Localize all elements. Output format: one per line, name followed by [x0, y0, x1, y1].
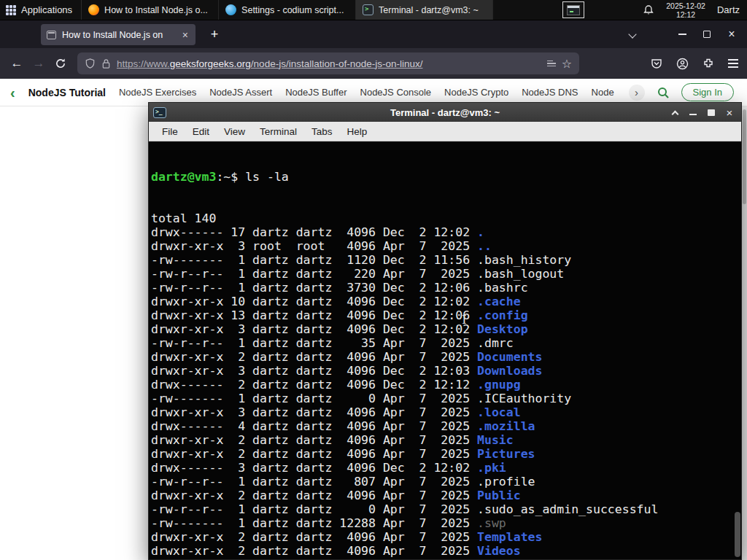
extensions-icon[interactable] [703, 58, 714, 69]
terminal-scrollbar-thumb[interactable] [735, 512, 740, 557]
nav-item-nodejs-assert[interactable]: NodeJS Assert [209, 87, 272, 98]
terminal-menu-tabs[interactable]: Tabs [304, 126, 340, 137]
terminal-maximize-button[interactable] [704, 106, 719, 119]
terminal-line: drwxr-xr-x 3 dartz dartz 4096 Apr 7 2025… [151, 405, 741, 419]
tray-terminal-indicator[interactable] [562, 1, 584, 18]
terminal-line: -rw------- 1 dartz dartz 532 Apr 7 2025 … [151, 558, 741, 559]
prompt-symbol: $ [231, 170, 245, 184]
url-bar[interactable]: https://www.geeksforgeeks.org/node-js/in… [77, 52, 579, 74]
terminal-line: drwxr-xr-x 2 dartz dartz 4096 Apr 7 2025… [151, 544, 741, 558]
terminal-line: -rw-r--r-- 1 dartz dartz 35 Apr 7 2025 .… [151, 336, 741, 350]
nav-item-active[interactable]: NodeJS Tutorial [28, 87, 106, 98]
tracking-shield-icon[interactable] [85, 58, 96, 69]
nav-next-chevron-icon[interactable]: › [629, 85, 645, 101]
typed-command: ls -la [245, 170, 289, 184]
applications-label: Applications [21, 4, 72, 15]
menu-icon[interactable] [728, 59, 738, 67]
applications-grid-icon [6, 5, 16, 15]
terminal-line: drwxr-xr-x 2 dartz dartz 4096 Apr 7 2025… [151, 433, 741, 447]
terminal-menu-help[interactable]: Help [340, 126, 375, 137]
nav-item-nodejs-dns[interactable]: NodeJS DNS [522, 87, 578, 98]
terminal-window-buttons: × [667, 106, 737, 119]
ls-entry-Documents: Documents [477, 350, 542, 364]
url-domain: geeksforgeeks.org [170, 58, 251, 69]
site-search-icon[interactable] [657, 86, 670, 99]
nav-item-nodejs-crypto[interactable]: NodeJS Crypto [444, 87, 508, 98]
ls-entry-Desktop: Desktop [477, 322, 528, 336]
site-nav-right: › Sign In [629, 83, 737, 101]
terminal-line: -rw------- 1 dartz dartz 0 Apr 7 2025 .I… [151, 392, 741, 405]
panel-window-codium[interactable]: Settings - codium script... [219, 0, 356, 20]
ls-entry-.ICEauthority: .ICEauthority [477, 392, 571, 405]
tab-close-icon[interactable]: × [181, 29, 190, 41]
reader-view-icon[interactable] [547, 61, 556, 67]
terminal-close-button[interactable]: × [722, 106, 737, 119]
terminal-line: drwxr-xr-x 10 dartz dartz 4096 Dec 2 12:… [151, 295, 741, 308]
lock-icon[interactable] [101, 58, 111, 69]
terminal-minimize-button[interactable] [686, 106, 700, 119]
desktop-panel: Applications How to Install Node.js o...… [0, 0, 747, 20]
sign-in-button[interactable]: Sign In [681, 83, 734, 101]
ls-entry-Public: Public [477, 489, 521, 502]
list-tabs-chevron-icon[interactable] [629, 31, 636, 38]
ls-entry-..: .. [477, 239, 492, 253]
ls-entry-Music: Music [477, 433, 514, 447]
terminal-menu-edit[interactable]: Edit [185, 126, 217, 137]
notifications-bell-icon[interactable] [643, 4, 654, 16]
page-scrollbar[interactable] [742, 106, 747, 560]
nav-item-nodejs-console[interactable]: NodeJS Console [360, 87, 432, 98]
panel-username[interactable]: Dartz [717, 4, 740, 15]
ls-entry-.cache: .cache [477, 295, 521, 308]
terminal-line: drwx------ 17 dartz dartz 4096 Dec 2 12:… [151, 225, 741, 239]
terminal-menubar: FileEditViewTerminalTabsHelp [149, 122, 741, 141]
ls-entry-.: . [477, 225, 484, 239]
ls-entry-.dmrc: .dmrc [477, 336, 514, 350]
terminal-output: total 140drwx------ 17 dartz dartz 4096 … [151, 211, 741, 559]
prompt-user-host: dartz@vm3 [151, 170, 216, 184]
terminal-titlebar[interactable]: Terminal - dartz@vm3: ~ × [149, 103, 741, 122]
panel-window-terminal[interactable]: Terminal - dartz@vm3: ~ [356, 0, 493, 20]
nav-item-nodejs-exercises[interactable]: NodeJS Exercises [119, 87, 196, 98]
forward-button[interactable]: → [28, 56, 50, 71]
nav-prev-chevron-icon[interactable]: ‹ [10, 85, 15, 100]
page-scrollbar-thumb[interactable] [743, 109, 746, 204]
browser-close-button[interactable]: × [722, 26, 741, 42]
new-tab-button[interactable]: + [206, 26, 223, 44]
panel-window-firefox[interactable]: How to Install Node.js o... [82, 0, 219, 20]
bookmark-star-icon[interactable]: ☆ [562, 57, 572, 71]
terminal-line: drwx------ 3 dartz dartz 4096 Dec 2 12:0… [151, 461, 741, 475]
terminal-line: drwxr-xr-x 2 dartz dartz 4096 Apr 7 2025… [151, 350, 741, 364]
url-path: /node-js/installation-of-node-js-on-linu… [251, 58, 423, 69]
terminal-line: -rw-r--r-- 1 dartz dartz 807 Apr 7 2025 … [151, 475, 741, 489]
terminal-line: -rw-r--r-- 1 dartz dartz 220 Apr 7 2025 … [151, 267, 741, 281]
browser-maximize-button[interactable] [697, 26, 716, 42]
browser-tab-active[interactable]: How to Install Node.js on × [41, 24, 196, 45]
terminal-menu-file[interactable]: File [155, 126, 185, 137]
panel-clock[interactable]: 2025-12-02 12:12 [666, 1, 705, 19]
browser-minimize-button[interactable] [673, 26, 692, 42]
ls-entry-.swp: .swp [477, 516, 506, 530]
terminal-screen[interactable]: dartz@vm3:~$ ls -la total 140drwx------ … [149, 141, 741, 559]
terminal-menu-terminal[interactable]: Terminal [252, 126, 304, 137]
ls-entry-.profile: .profile [477, 475, 535, 489]
back-button[interactable]: ← [6, 56, 28, 71]
clock-time: 12:12 [666, 10, 705, 19]
ls-entry-.mozilla: .mozilla [477, 419, 535, 433]
panel-right-tray: 2025-12-02 12:12 Dartz [562, 0, 747, 20]
terminal-menu-view[interactable]: View [217, 126, 252, 137]
prompt-path: ~ [223, 170, 231, 184]
terminal-window: Terminal - dartz@vm3: ~ × FileEditViewTe… [148, 102, 742, 560]
terminal-shade-button[interactable] [667, 106, 682, 119]
terminal-line: drwxr-xr-x 2 dartz dartz 4096 Apr 7 2025… [151, 530, 741, 544]
nav-item-nodejs-buffer[interactable]: NodeJS Buffer [285, 87, 347, 98]
nav-item-node[interactable]: Node [592, 87, 614, 98]
site-nav-items: NodeJS ExercisesNodeJS AssertNodeJS Buff… [119, 87, 614, 98]
account-icon[interactable] [676, 58, 689, 70]
ls-entry-.gnupg: .gnupg [477, 378, 521, 392]
pocket-icon[interactable] [651, 58, 662, 69]
ls-entry-.bash_history: .bash_history [477, 253, 571, 267]
reload-button[interactable] [50, 58, 71, 69]
terminal-window-icon [567, 5, 580, 15]
terminal-line: drwxr-xr-x 13 dartz dartz 4096 Dec 2 12:… [151, 308, 741, 322]
applications-menu-button[interactable]: Applications [0, 0, 82, 20]
